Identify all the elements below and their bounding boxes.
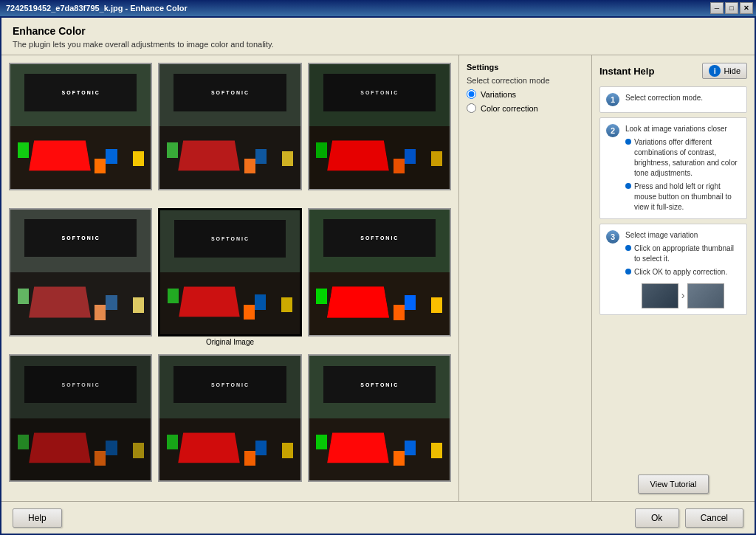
cell-label-9 — [308, 482, 451, 494]
help-title: Instant Help — [599, 66, 654, 77]
bullet-dot-icon — [625, 139, 631, 145]
step-2-content: Look at image variations closer Variatio… — [625, 124, 740, 213]
main-window: Enhance Color The plugin lets you make o… — [0, 16, 756, 535]
step-3-content: Select image variation Click on appropri… — [625, 230, 740, 308]
close-button[interactable]: ✕ — [740, 2, 753, 14]
settings-title: Settings — [467, 63, 584, 72]
image-grid: S O F T O N I C — [9, 63, 451, 494]
radio-variations[interactable]: Variations — [467, 89, 584, 99]
cancel-button[interactable]: Cancel — [685, 508, 743, 528]
grid-cell-wrapper-6: S O F T O N I C — [308, 208, 451, 349]
cell-label-4 — [9, 336, 152, 348]
radio-color-correction[interactable]: Color correction — [467, 103, 584, 113]
step-number-3: 3 — [606, 230, 619, 244]
header: Enhance Color The plugin lets you make o… — [1, 18, 755, 55]
help-step-3: 3 Select image variation Click on approp… — [599, 224, 747, 315]
window-title: 7242519452_e7da83f795_k.jpg - Enhance Co… — [6, 4, 188, 13]
cell-label-3 — [308, 190, 451, 202]
cell-label-2 — [158, 190, 301, 202]
radio-variations-label: Variations — [481, 90, 516, 99]
minimize-button[interactable]: ─ — [710, 2, 724, 14]
radio-variations-input[interactable] — [467, 89, 476, 99]
plugin-description: The plugin lets you make overall adjustm… — [13, 40, 743, 49]
bottom-bar: Help Ok Cancel — [1, 501, 755, 534]
cell-label-6 — [308, 336, 451, 348]
image-cell-3[interactable]: S O F T O N I C — [308, 63, 451, 190]
step-2-bullet-2: Press and hold left or right mouse butto… — [625, 182, 740, 213]
bottom-right: Ok Cancel — [635, 508, 743, 528]
step-3-title: Select image variation — [625, 231, 698, 239]
grid-cell-wrapper-2: S O F T O N I C — [158, 63, 301, 202]
thumb-after — [687, 283, 724, 308]
view-tutorial-button[interactable]: View Tutorial — [638, 474, 709, 494]
maximize-button[interactable]: □ — [725, 2, 738, 14]
plugin-title: Enhance Color — [13, 25, 743, 37]
window-controls: ─ □ ✕ — [710, 2, 753, 14]
grid-cell-wrapper-3: S O F T O N I C — [308, 63, 451, 202]
cell-label-1 — [9, 190, 152, 202]
step-2-bullet-1: Variations offer different combinations … — [625, 137, 740, 179]
bullet-dot-icon-3 — [625, 245, 631, 251]
image-cell-5[interactable]: S O F T O N I C — [158, 208, 301, 337]
help-step-2: 2 Look at image variations closer Variat… — [599, 117, 747, 219]
ok-button[interactable]: Ok — [635, 508, 679, 528]
image-grid-panel: S O F T O N I C — [1, 55, 459, 501]
radio-color-correction-label: Color correction — [481, 104, 538, 113]
grid-cell-wrapper-8: S O F T O N I C — [158, 354, 301, 494]
step-3-bullet-2-text: Click OK to apply correction. — [634, 267, 727, 277]
bullet-dot-icon-2 — [625, 183, 631, 189]
grid-cell-wrapper-5: S O F T O N I C — [158, 208, 301, 349]
cell-label-5: Original Image — [158, 336, 301, 348]
step-1-content: Select correction mode. — [625, 93, 703, 106]
bottom-left: Help — [13, 508, 62, 528]
settings-panel: Settings Select correction mode Variatio… — [459, 55, 592, 501]
step-2-title: Look at image variations closer — [625, 125, 727, 133]
step-3-bullet-2: Click OK to apply correction. — [625, 267, 740, 277]
settings-correction-label: Select correction mode — [467, 76, 584, 85]
step-3-thumbnails: › — [625, 283, 740, 308]
image-cell-8[interactable]: S O F T O N I C — [158, 354, 301, 482]
image-cell-7[interactable]: S O F T O N I C — [9, 354, 152, 482]
radio-color-correction-input[interactable] — [467, 103, 476, 113]
step-number-1: 1 — [606, 93, 619, 106]
step-number-2: 2 — [606, 124, 619, 137]
image-cell-4[interactable]: S O F T O N I C — [9, 208, 152, 337]
thumb-before — [642, 283, 678, 308]
step-3-bullet-1: Click on appropriate thumbnail to select… — [625, 244, 740, 264]
info-icon: i — [709, 65, 721, 77]
image-cell-6[interactable]: S O F T O N I C — [308, 208, 451, 337]
instant-help-panel: Instant Help i Hide 1 Select correction … — [592, 55, 755, 501]
cell-label-7 — [9, 482, 152, 494]
image-cell-2[interactable]: S O F T O N I C — [158, 63, 301, 190]
grid-cell-wrapper-4: S O F T O N I C — [9, 208, 152, 349]
image-cell-1[interactable]: S O F T O N I C — [9, 63, 152, 190]
hide-label: Hide — [724, 66, 740, 75]
hide-button[interactable]: i Hide — [702, 63, 747, 79]
image-cell-9[interactable]: S O F T O N I C — [308, 354, 451, 482]
step-1-text: Select correction mode. — [625, 94, 703, 102]
step-2-bullet-1-text: Variations offer different combinations … — [634, 137, 740, 179]
arrow-icon: › — [681, 289, 685, 303]
help-header: Instant Help i Hide — [599, 63, 747, 79]
help-button[interactable]: Help — [13, 508, 62, 528]
grid-cell-wrapper-9: S O F T O N I C — [308, 354, 451, 494]
correction-mode-group: Variations Color correction — [467, 89, 584, 113]
grid-cell-wrapper-7: S O F T O N I C — [9, 354, 152, 494]
bullet-dot-icon-4 — [625, 269, 631, 275]
step-2-bullet-2-text: Press and hold left or right mouse butto… — [634, 182, 740, 213]
step-3-bullet-1-text: Click on appropriate thumbnail to select… — [634, 244, 740, 264]
title-bar: 7242519452_e7da83f795_k.jpg - Enhance Co… — [0, 0, 756, 16]
grid-cell-wrapper-1: S O F T O N I C — [9, 63, 152, 202]
cell-label-8 — [158, 482, 301, 494]
help-step-1: 1 Select correction mode. — [599, 86, 747, 113]
main-content: S O F T O N I C — [1, 55, 755, 501]
